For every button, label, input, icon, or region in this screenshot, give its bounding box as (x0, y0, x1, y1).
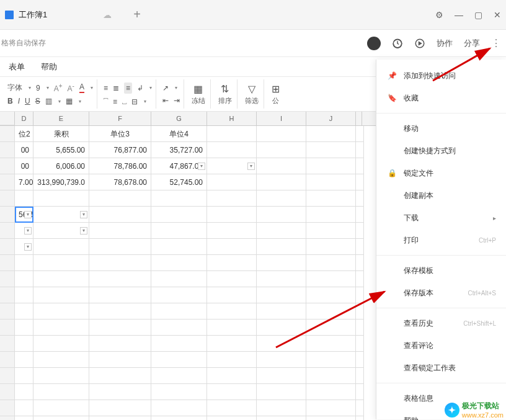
empty-cell[interactable] (257, 319, 306, 336)
empty-cell[interactable] (15, 287, 33, 303)
col-header[interactable]: G (151, 112, 207, 125)
empty-cell[interactable] (356, 287, 364, 303)
header-cell[interactable]: 单位3 (89, 126, 151, 142)
menu-item-view-comments[interactable]: 查看评论 (376, 334, 506, 357)
empty-cell[interactable] (151, 416, 207, 420)
history-icon[interactable] (392, 38, 403, 49)
more-menu-button[interactable]: ⋮ (491, 37, 504, 49)
data-cell[interactable]: 00 (15, 142, 33, 158)
data-cell[interactable]: 52,745.00 (151, 174, 207, 190)
empty-cell[interactable] (33, 384, 89, 400)
freeze-button[interactable]: ▦ 冻结 (187, 79, 211, 109)
fill-color-button[interactable]: ▥ (45, 97, 52, 105)
empty-cell[interactable] (207, 352, 257, 368)
empty-cell[interactable] (15, 384, 33, 400)
border-button[interactable]: ▦ (66, 97, 73, 105)
cloud-icon[interactable]: ☁ (103, 10, 112, 20)
empty-cell[interactable] (207, 368, 257, 384)
align-left-icon[interactable]: ≡ (104, 84, 108, 92)
close-button[interactable]: ✕ (494, 10, 501, 20)
empty-cell[interactable] (257, 255, 306, 271)
filter-arrow-icon[interactable]: ▾ (80, 211, 87, 218)
empty-cell[interactable] (15, 303, 33, 319)
filter-arrow-icon[interactable]: ▾ (247, 163, 255, 170)
empty-cell[interactable] (33, 336, 89, 352)
empty-cell[interactable] (151, 255, 207, 271)
font-family-select[interactable]: 字体 (7, 83, 22, 93)
empty-cell[interactable] (306, 400, 356, 416)
empty-cell[interactable] (151, 271, 207, 287)
empty-cell[interactable] (306, 255, 356, 271)
empty-cell[interactable] (89, 400, 151, 416)
col-header[interactable]: J (306, 112, 356, 125)
empty-cell[interactable] (306, 287, 356, 303)
data-cell[interactable]: 00 (15, 158, 33, 174)
empty-cell[interactable] (356, 303, 364, 319)
empty-cell[interactable] (257, 400, 306, 416)
data-cell[interactable]: 35,727.00 (151, 142, 207, 158)
underline-button[interactable]: U (25, 97, 30, 105)
data-cell[interactable]: 313,990,739.0 (33, 174, 89, 190)
empty-cell[interactable] (306, 416, 356, 420)
empty-cell[interactable] (15, 416, 33, 420)
merge-icon[interactable]: ⊟ (131, 97, 138, 106)
header-cell[interactable]: 乘积 (33, 126, 89, 142)
header-cell[interactable]: 单位4 (151, 126, 207, 142)
col-header[interactable]: F (89, 112, 151, 125)
empty-cell[interactable] (356, 384, 364, 400)
italic-button[interactable]: I (18, 97, 20, 105)
minimize-button[interactable]: — (455, 10, 463, 20)
empty-cell[interactable] (306, 368, 356, 384)
col-header[interactable]: D (15, 112, 33, 125)
empty-cell[interactable] (89, 336, 151, 352)
strike-button[interactable]: S (35, 97, 40, 105)
empty-cell[interactable] (15, 319, 33, 336)
filter-arrow-icon[interactable]: ▾ (24, 243, 32, 251)
empty-cell[interactable] (207, 319, 257, 336)
empty-cell[interactable] (356, 352, 364, 368)
data-cell[interactable]: 6,006.00 (33, 158, 89, 174)
gear-icon[interactable]: ⚙ (435, 10, 443, 20)
align-right-icon[interactable]: ≡ (124, 83, 132, 94)
menu-item-lock[interactable]: 🔒 锁定文件 (376, 162, 506, 184)
empty-cell[interactable] (306, 319, 356, 336)
more-tool-button[interactable]: ⊞ 公 (267, 79, 285, 109)
filter-button[interactable]: ▽ 筛选 (240, 79, 264, 109)
data-cell[interactable]: 78,786.00 (89, 158, 151, 174)
document-title[interactable]: 工作簿1 (19, 9, 47, 20)
col-header[interactable]: E (33, 112, 89, 125)
valign-top-icon[interactable]: ⎴ (104, 97, 108, 106)
empty-cell[interactable] (15, 352, 33, 368)
empty-cell[interactable] (207, 255, 257, 271)
empty-cell[interactable] (151, 368, 207, 384)
empty-cell[interactable] (33, 255, 89, 271)
filter-arrow-icon[interactable]: ▾ (80, 227, 87, 235)
filter-arrow-icon[interactable]: ▾ (198, 163, 205, 170)
empty-cell[interactable] (207, 400, 257, 416)
align-center-icon[interactable]: ≣ (113, 84, 119, 92)
active-cell[interactable]: 5645▾ (15, 207, 33, 223)
maximize-button[interactable]: ▢ (474, 10, 482, 20)
empty-cell[interactable] (15, 368, 33, 384)
empty-cell[interactable] (257, 384, 306, 400)
menu-form[interactable]: 表单 (9, 61, 25, 73)
empty-cell[interactable] (257, 271, 306, 287)
empty-cell[interactable] (306, 303, 356, 319)
empty-cell[interactable] (207, 303, 257, 319)
empty-cell[interactable] (356, 271, 364, 287)
empty-cell[interactable] (89, 352, 151, 368)
play-icon[interactable] (414, 38, 425, 49)
data-cell[interactable]: 1▾ (33, 207, 89, 223)
font-size-select[interactable]: 9 (36, 84, 40, 92)
data-cell[interactable]: 76,877.00 (89, 142, 151, 158)
empty-cell[interactable] (89, 271, 151, 287)
menu-item-shortcut[interactable]: 创建快捷方式到 (376, 140, 506, 162)
empty-cell[interactable] (33, 400, 89, 416)
menu-item-save-version[interactable]: 保存版本 Ctrl+Alt+S (376, 282, 506, 304)
data-cell[interactable]: 47,867.00▾ (151, 158, 207, 174)
empty-cell[interactable] (356, 368, 364, 384)
header-cell[interactable]: 位2 (15, 126, 33, 142)
empty-cell[interactable] (89, 319, 151, 336)
valign-bottom-icon[interactable]: ⎵ (122, 97, 126, 106)
filter-arrow-icon[interactable]: ▾ (24, 227, 32, 235)
